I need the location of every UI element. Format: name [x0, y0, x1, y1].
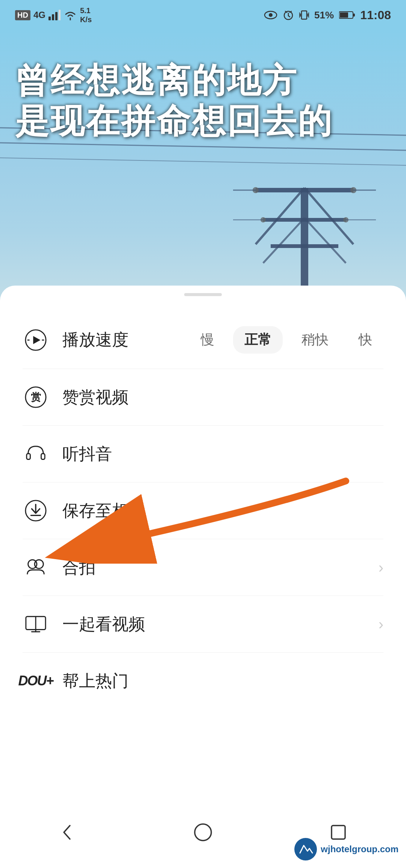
signal-bars-icon [48, 10, 61, 20]
svg-rect-17 [340, 12, 348, 18]
collab-chevron-icon: › [379, 559, 383, 576]
svg-rect-2 [55, 12, 58, 20]
svg-rect-18 [353, 14, 355, 17]
battery-icon [339, 11, 355, 20]
watch-together-label: 一起看视频 [62, 613, 379, 635]
reward-label: 赞赏视频 [62, 386, 383, 408]
svg-rect-57 [332, 826, 345, 839]
menu-section: 播放速度 慢 正常 稍快 快 赏 赞赏视频 [0, 311, 406, 709]
drag-handle[interactable] [184, 293, 222, 296]
reward-icon: 赏 [23, 384, 49, 410]
save-to-album-item[interactable]: 保存至相册 [23, 482, 383, 539]
svg-line-24 [304, 188, 353, 244]
svg-line-26 [304, 218, 346, 263]
svg-rect-1 [52, 14, 54, 20]
listen-label: 听抖音 [62, 443, 383, 465]
playback-speed-item[interactable]: 播放速度 慢 正常 稍快 快 [23, 311, 383, 369]
collab-label: 合拍 [62, 556, 379, 579]
trending-item[interactable]: DOU+ 帮上热门 [23, 653, 383, 709]
speed-slow[interactable]: 慢 [189, 326, 226, 354]
reward-video-item[interactable]: 赏 赞赏视频 [23, 369, 383, 426]
eye-icon [264, 10, 277, 20]
bottom-sheet: 播放速度 慢 正常 稍快 快 赏 赞赏视频 [0, 286, 406, 868]
network-speed: 5.1K/s [80, 6, 92, 24]
video-text-line1: 曾经想逃离的地方 [15, 60, 391, 101]
svg-line-37 [0, 158, 406, 165]
wifi-icon [64, 10, 77, 20]
status-time: 11:08 [360, 8, 391, 22]
speed-slightly-fast[interactable]: 稍快 [290, 326, 340, 354]
watermark-text: wjhotelgroup.com [321, 844, 398, 854]
headphone-icon [23, 441, 49, 467]
watermark-logo [294, 838, 317, 860]
home-button[interactable] [184, 814, 222, 851]
video-text-line2: 是现在拼命想回去的 [15, 101, 391, 141]
playback-speed-icon [23, 327, 49, 353]
dou-plus-icon: DOU+ [23, 668, 49, 694]
status-left: HD 4G 5.1K/s [15, 6, 92, 24]
svg-rect-0 [48, 17, 51, 20]
svg-line-25 [263, 218, 304, 263]
video-text: 曾经想逃离的地方 是现在拼命想回去的 [15, 60, 391, 141]
svg-rect-11 [301, 11, 307, 19]
listen-item[interactable]: 听抖音 [23, 426, 383, 482]
speed-fast[interactable]: 快 [347, 326, 383, 354]
alarm-icon [283, 9, 294, 21]
download-icon [23, 498, 49, 524]
playback-speed-label: 播放速度 [62, 329, 189, 351]
save-label: 保存至相册 [62, 500, 383, 522]
svg-line-8 [288, 16, 290, 17]
svg-line-36 [0, 143, 406, 150]
watermark: wjhotelgroup.com [294, 838, 398, 860]
battery-percent: 51% [314, 9, 334, 21]
collab-icon [23, 554, 49, 581]
svg-line-23 [256, 188, 304, 244]
svg-rect-45 [41, 454, 45, 459]
svg-point-56 [195, 824, 211, 841]
vibrate-icon [299, 9, 309, 21]
svg-rect-44 [27, 454, 30, 459]
speed-controls: 慢 正常 稍快 快 [189, 326, 383, 354]
signal-4g: 4G [33, 10, 45, 20]
status-right: 51% 11:08 [264, 8, 391, 22]
collab-item[interactable]: 合拍 › [23, 539, 383, 596]
watch-together-item[interactable]: 一起看视频 › [23, 596, 383, 653]
hd-badge: HD [15, 10, 30, 20]
svg-point-5 [269, 13, 273, 17]
status-bar: HD 4G 5.1K/s [0, 0, 406, 30]
watch-together-icon [23, 611, 49, 637]
watch-together-chevron-icon: › [379, 616, 383, 633]
back-button[interactable] [49, 814, 86, 851]
speed-normal[interactable]: 正常 [233, 326, 283, 354]
svg-marker-39 [33, 336, 40, 344]
svg-text:赏: 赏 [31, 391, 41, 403]
svg-point-50 [35, 560, 43, 569]
svg-rect-3 [59, 10, 61, 20]
trending-label: 帮上热门 [62, 670, 383, 692]
